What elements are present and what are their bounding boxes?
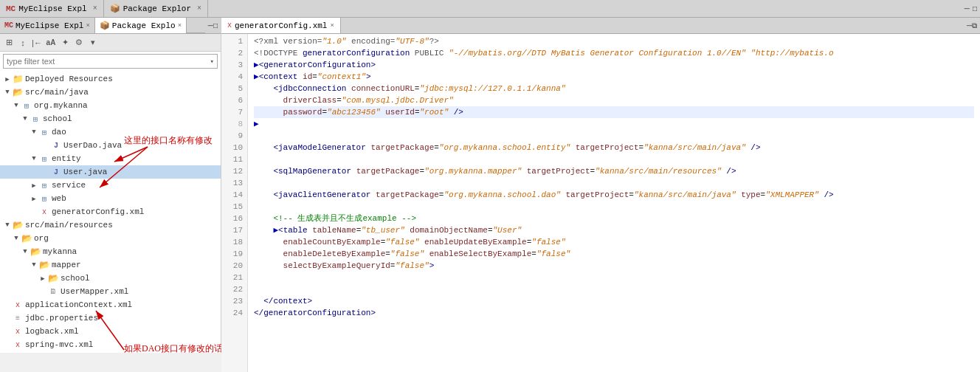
tree-item-userdao[interactable]: J UserDao.java: [0, 139, 221, 152]
view-menu-btn[interactable]: ▾: [87, 37, 99, 49]
tree-item-generatorconfig[interactable]: x generatorConfig.xml: [0, 205, 221, 218]
panel-tab-myeclipse[interactable]: MC MyEclipse Expl ×: [0, 18, 95, 33]
tab-myeclipse-explorer[interactable]: MC MyEclipse Expl ×: [0, 0, 104, 17]
tree-item-spring-mvc[interactable]: x spring-mvc.xml: [0, 338, 221, 351]
tree-toggle-org2[interactable]: ▼: [12, 235, 21, 242]
tree-item-mapper[interactable]: ▼ 📂 mapper: [0, 258, 221, 272]
code-line-20: selectByExampleQueryId="false">: [254, 260, 974, 272]
tree-toggle-src-resources[interactable]: ▼: [3, 221, 12, 229]
tree-item-appcontext[interactable]: x applicationContext.xml: [0, 298, 221, 311]
main-area: MC MyEclipse Expl × 📦 Package Explo × ─ …: [0, 18, 980, 372]
tree-label-generatorconfig: generatorConfig.xml: [52, 207, 144, 216]
package-icon-mykanna2: 📂: [30, 246, 41, 258]
code-line-5: <jdbcConnection connectionURL="jdbc:mysq…: [254, 83, 974, 94]
panel-tab-myeclipse-close[interactable]: ×: [86, 22, 89, 30]
tree-toggle-service[interactable]: ▶: [30, 182, 38, 190]
tree-item-deployed-resources[interactable]: ▶ 📁 Deployed Resources: [0, 72, 221, 86]
editor-panel: x generatorConfig.xml × ─ ⧉ 1 2 3 4 5 6 …: [221, 18, 980, 372]
line-numbers: 1 2 3 4 5 6 7 8 9 10 11 12 13 14 15 16 1…: [221, 34, 248, 372]
tab-package-explorer[interactable]: 📦 Package Explor ×: [104, 0, 208, 17]
package-icon-entity: ⊞: [38, 153, 50, 165]
tree-item-school2[interactable]: ▶ 📂 school: [0, 272, 221, 285]
code-line-16: <!-- 生成表并且不生成example -->: [254, 213, 974, 224]
star-btn[interactable]: ✦: [59, 37, 71, 49]
tab-package-close[interactable]: ×: [197, 4, 201, 13]
tree-toggle-src-java[interactable]: ▼: [3, 89, 12, 96]
match-case-btn[interactable]: aA: [45, 37, 57, 49]
settings-btn[interactable]: ⚙: [73, 37, 85, 49]
search-box[interactable]: ▾: [3, 54, 218, 69]
tree-item-jdbc-props[interactable]: ≡ jdbc.properties: [0, 311, 221, 325]
code-line-10: <javaModelGenerator targetPackage="org.m…: [254, 142, 974, 154]
tree-toggle-mykanna2[interactable]: ▼: [21, 248, 30, 255]
tree-toggle-school2[interactable]: ▶: [38, 275, 47, 283]
code-line-17: ▶<table tableName="tb_user" domainObject…: [254, 224, 974, 236]
tree-item-src-main-java[interactable]: ▼ 📂 src/main/java: [0, 86, 221, 99]
tree-toggle-deployed[interactable]: ▶: [3, 75, 12, 83]
tree-item-service[interactable]: ▶ ⊞ service: [0, 179, 221, 192]
maximize-button[interactable]: □: [973, 4, 977, 13]
tree-label-spring-mvc: spring-mvc.xml: [25, 340, 93, 349]
code-line-18: enableCountByExample="false" enableUpdat…: [254, 236, 974, 248]
panel-tab-package-close[interactable]: ×: [178, 22, 182, 30]
xml-file-icon-appcontext: x: [12, 299, 24, 311]
tree-label-service: service: [52, 181, 86, 190]
panel-maxrestore-btn[interactable]: □: [213, 21, 218, 30]
tree-toggle-mapper[interactable]: ▼: [30, 261, 38, 269]
xml-file-icon-logback: x: [12, 326, 24, 337]
tree-item-logback[interactable]: x logback.xml: [0, 325, 221, 338]
package-icon-web: ⊞: [38, 193, 50, 204]
panel-tab-package[interactable]: 📦 Package Explo ×: [95, 18, 187, 33]
code-line-1: <?xml version="1.0" encoding="UTF-8"?>: [254, 35, 974, 47]
tree-item-org-mykanna[interactable]: ▼ ⊞ org.mykanna: [0, 99, 221, 112]
code-line-13: [254, 177, 974, 189]
package-icon-school2: 📂: [47, 272, 59, 284]
editor-tab-generatorconfig[interactable]: x generatorConfig.xml ×: [221, 18, 341, 33]
editor-tab-close[interactable]: ×: [330, 22, 334, 30]
tree-label-logback: logback.xml: [25, 327, 79, 336]
tree-item-entity[interactable]: ▼ ⊞ entity: [0, 152, 221, 165]
code-line-8: ▶: [254, 118, 974, 130]
tree-label-deployed: Deployed Resources: [25, 75, 113, 83]
xml-file-icon-spring: x: [12, 339, 24, 351]
code-line-7: password="abc123456" userId="root" />: [254, 106, 974, 118]
minimize-button[interactable]: ─: [965, 4, 970, 13]
tree-item-org2[interactable]: ▼ 📂 org: [0, 232, 221, 245]
toggle-mark-btn[interactable]: |←: [31, 37, 43, 49]
panel-tab-package-label: Package Explo: [112, 21, 176, 30]
tree-label-jdbc-props: jdbc.properties: [25, 314, 98, 323]
tree-item-dao[interactable]: ▼ ⊞ dao: [0, 125, 221, 139]
tree-item-web[interactable]: ▶ ⊞ web: [0, 192, 221, 205]
xml-file-icon-usermapper: 🗎: [47, 286, 59, 297]
tree-label-web: web: [52, 194, 66, 203]
tree-item-school[interactable]: ▼ ⊞ school: [0, 112, 221, 125]
code-content[interactable]: <?xml version="1.0" encoding="UTF-8"?> <…: [248, 34, 980, 372]
tree-toggle-org[interactable]: ▼: [12, 102, 21, 109]
tab-myeclipse-close[interactable]: ×: [93, 4, 97, 13]
panel-minimize-btn[interactable]: ─: [208, 21, 213, 30]
editor-minimize-btn[interactable]: ─: [967, 21, 972, 30]
tree-toggle-web[interactable]: ▶: [30, 195, 38, 203]
editor-restore-btn[interactable]: ⧉: [972, 21, 977, 30]
tree-label-appcontext: applicationContext.xml: [25, 300, 132, 309]
package-icon-service: ⊞: [38, 179, 50, 191]
code-line-23: </context>: [254, 295, 974, 307]
search-input[interactable]: [7, 57, 210, 66]
tree-item-usermapper[interactable]: 🗎 UserMapper.xml: [0, 285, 221, 298]
tree-item-user-java[interactable]: J User.java: [0, 165, 221, 179]
search-dropdown-icon[interactable]: ▾: [210, 58, 214, 66]
collapse-all-btn[interactable]: ⊞: [3, 37, 15, 49]
tree-item-mykanna2[interactable]: ▼ 📂 mykanna: [0, 245, 221, 258]
tree-label-userdao: UserDao.java: [63, 141, 122, 150]
tree-toggle-entity[interactable]: ▼: [30, 155, 38, 162]
tree-toggle-school[interactable]: ▼: [21, 115, 30, 123]
src-folder-icon: 📂: [12, 86, 24, 98]
tree-label-dao: dao: [52, 128, 66, 137]
tree-item-src-main-resources[interactable]: ▼ 📂 src/main/resources: [0, 218, 221, 232]
tree-label-school2: school: [61, 274, 90, 283]
link-with-editor-btn[interactable]: ↕: [17, 37, 29, 49]
tree-label-src-resources: src/main/resources: [25, 221, 113, 230]
tree-toggle-dao[interactable]: ▼: [30, 128, 38, 136]
panel-tab-myeclipse-label: MyEclipse Expl: [15, 21, 83, 30]
main-tab-bar: MC MyEclipse Expl × 📦 Package Explor × ─…: [0, 0, 980, 18]
